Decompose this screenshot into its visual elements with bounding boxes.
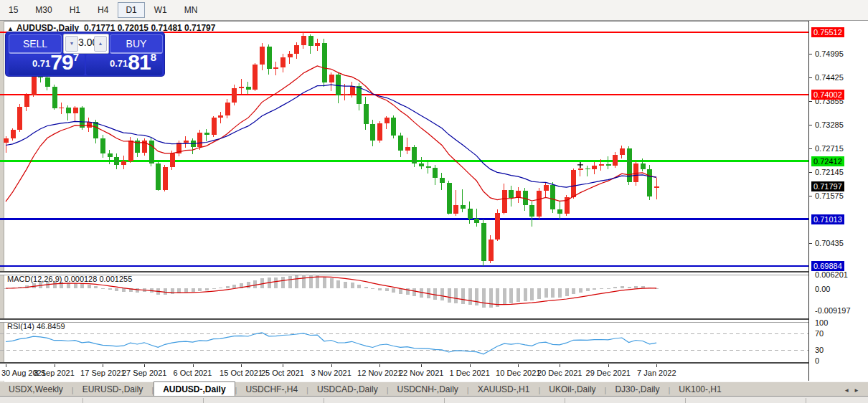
volume-increment-icon[interactable]: ▲: [94, 36, 107, 52]
tab-scroll-arrows[interactable]: ◄►: [844, 387, 864, 394]
scrollbar-tick: [203, 398, 204, 403]
macd-histogram-bar: [253, 280, 257, 288]
scrollbar-tick: [324, 398, 324, 403]
sell-price-button[interactable]: 0.71797: [9, 54, 85, 75]
candle-body: [529, 205, 534, 217]
volume-decrement-icon[interactable]: ▼: [65, 36, 78, 52]
candle-body: [474, 219, 479, 223]
macd-histogram-bar: [551, 288, 555, 298]
candle-body: [232, 88, 237, 103]
candle-body: [468, 209, 473, 219]
timeframe-button-d1[interactable]: D1: [118, 2, 144, 18]
horizontal-scrollbar[interactable]: [0, 396, 868, 403]
date-tick-mark: [241, 364, 242, 367]
chart-tab-eurusd-daily[interactable]: EURUSD-,Daily: [74, 383, 152, 397]
macd-axis-label: 0.006201: [815, 270, 848, 279]
horizontal-level-line[interactable]: [0, 218, 808, 220]
horizontal-level-line[interactable]: [0, 265, 808, 267]
macd-histogram-bar: [88, 285, 91, 288]
timeframe-button-h4[interactable]: H4: [90, 2, 116, 18]
price-tick-mark: [809, 196, 812, 196]
macd-histogram-bar: [579, 288, 582, 293]
price-tick-mark: [809, 172, 812, 173]
macd-histogram-bar: [516, 288, 520, 302]
macd-histogram-bar: [351, 283, 354, 288]
rsi-panel[interactable]: [0, 321, 808, 363]
candle-body: [197, 133, 202, 147]
price-tick-label: 0.72145: [815, 168, 844, 176]
candle-body: [45, 77, 50, 87]
candle-body: [267, 47, 272, 68]
macd-histogram-bar: [468, 288, 472, 305]
chart-tab-usdcnh-daily[interactable]: USDCNH-,Daily: [389, 383, 467, 397]
horizontal-level-line[interactable]: [0, 94, 808, 95]
candle-body: [641, 163, 646, 169]
macd-histogram-bar: [537, 288, 541, 299]
candle-body: [225, 103, 230, 115]
scrollbar-tick: [444, 398, 445, 403]
scrollbar-tick: [806, 398, 806, 403]
candle-body: [447, 183, 452, 213]
macd-histogram-bar: [198, 288, 202, 291]
buy-price-button[interactable]: 0.71818: [86, 54, 162, 75]
candle-body: [212, 118, 217, 135]
price-tick-label: 0.70435: [815, 239, 844, 247]
candle-body: [544, 185, 549, 191]
macd-histogram-bar: [212, 288, 216, 289]
chart-tab-dj30-daily[interactable]: DJ30-,Daily: [606, 383, 668, 397]
chart-tab-ukoil-daily[interactable]: UKOil-,Daily: [540, 383, 604, 397]
date-tick-label: 8 Sep 2021: [34, 369, 75, 377]
macd-histogram-bar: [136, 288, 139, 293]
price-level-badge: 0.71013: [811, 214, 844, 224]
timeframe-button-mn[interactable]: MN: [176, 2, 206, 18]
timeframe-button-m30[interactable]: M30: [27, 2, 60, 18]
price-tick-label: 0.73285: [815, 120, 844, 129]
rsi-axis-label: 100: [815, 318, 828, 327]
date-tick-mark: [6, 364, 6, 367]
plus-marker-icon[interactable]: [577, 162, 583, 168]
candle-body: [4, 138, 9, 143]
one-click-collapse-icon[interactable]: ▲: [7, 25, 14, 32]
date-tick-mark: [379, 364, 380, 367]
macd-histogram-bar: [544, 288, 548, 298]
candle-body: [620, 148, 625, 155]
sell-price-point: 7: [73, 51, 79, 63]
chart-tab-usdchf-h4[interactable]: USDCHF-,H4: [237, 383, 306, 397]
tab-scroll-right-icon[interactable]: ►: [854, 387, 864, 394]
macd-histogram-bar: [482, 288, 486, 308]
candle-body: [322, 43, 327, 83]
date-tick-label: 20 Dec 2021: [537, 369, 582, 377]
candle-body: [108, 153, 113, 157]
date-tick-label: 27 Sep 2021: [122, 369, 166, 377]
rsi-label: RSI(14) 46.8459: [7, 322, 65, 331]
macd-histogram-bar: [524, 288, 527, 301]
chart-tab-xauusd-h1[interactable]: XAUUSD-,H1: [469, 383, 539, 397]
candle-body: [246, 87, 251, 90]
macd-histogram-bar: [309, 275, 313, 288]
price-tick-mark: [809, 125, 812, 125]
chart-tab-usdcad-daily[interactable]: USDCAD-,Daily: [308, 383, 387, 397]
macd-label: MACD(12,26,9) 0.000128 0.001255: [7, 275, 132, 283]
timeframe-button-h1[interactable]: H1: [62, 2, 88, 18]
candle-body: [391, 118, 396, 136]
date-tick-mark: [560, 364, 560, 367]
price-axis[interactable]: 0.749950.744250.738550.732850.727150.721…: [809, 21, 868, 381]
chart-tab-audusd-daily[interactable]: AUDUSD-,Daily: [154, 381, 235, 397]
candle-body: [461, 205, 466, 209]
candle-body: [315, 43, 320, 46]
volume-input[interactable]: 3.00: [78, 37, 95, 48]
chart-tab-usdx-weekly[interactable]: USDX,Weekly: [0, 383, 72, 397]
price-level-badge: 0.69884: [811, 261, 844, 271]
axis-separator: [808, 21, 809, 381]
candle-body: [149, 141, 154, 163]
candle-body: [426, 166, 431, 168]
macd-histogram-bar: [184, 288, 188, 293]
chart-tab-uk100-h1[interactable]: UK100-,H1: [670, 383, 730, 397]
sell-price-prefix: 0.71: [32, 58, 50, 69]
timeframe-button-w1[interactable]: W1: [146, 2, 175, 18]
tab-scroll-left-icon[interactable]: ◄: [844, 387, 854, 394]
date-axis[interactable]: 30 Aug 20218 Sep 202117 Sep 202127 Sep 2…: [0, 364, 808, 381]
timeframe-button-15[interactable]: 15: [1, 2, 26, 18]
date-tick-mark: [144, 364, 145, 367]
macd-axis-label: 0.00: [815, 285, 830, 293]
